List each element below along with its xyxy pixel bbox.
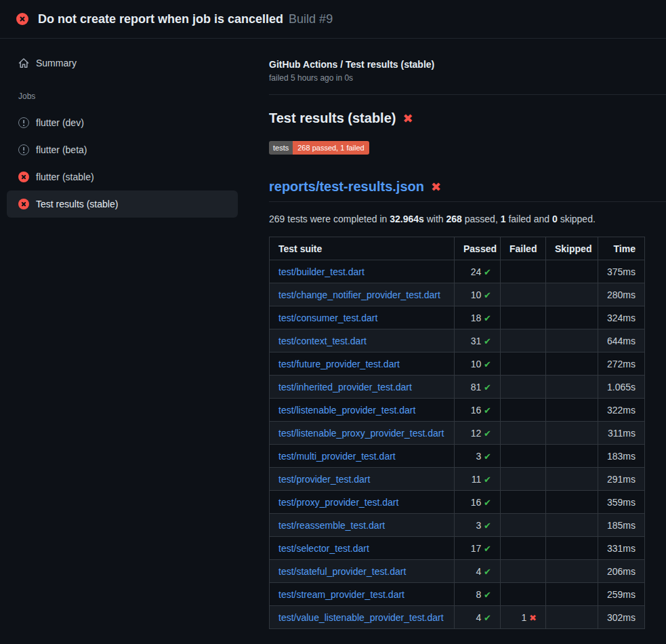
time-cell: 311ms [598, 422, 645, 445]
section-title: Test results (stable) ✖ [269, 110, 666, 126]
count-value: 18 [471, 313, 484, 323]
col-header-skipped: Skipped [546, 237, 598, 260]
table-row: test/multi_provider_test.dart3 ✔183ms [270, 445, 645, 468]
check-icon: ✔ [484, 313, 491, 323]
suite-link[interactable]: test/multi_provider_test.dart [278, 451, 396, 462]
suite-cell: test/change_notifier_provider_test.dart [270, 283, 455, 306]
badge-label: tests [269, 141, 293, 155]
section-title-text: Test results (stable) [269, 110, 396, 126]
suite-cell: test/provider_test.dart [270, 468, 455, 491]
table-row: test/consumer_test.dart18 ✔324ms [270, 306, 645, 329]
skipped-cell [546, 422, 598, 445]
check-icon: ✔ [484, 336, 491, 346]
col-header-test-suite: Test suite [270, 237, 455, 260]
suite-link[interactable]: test/stream_provider_test.dart [278, 589, 404, 600]
failed-cell [501, 353, 546, 376]
suite-link[interactable]: test/inherited_provider_test.dart [278, 382, 412, 393]
sidebar-item-summary[interactable]: Summary [7, 49, 238, 77]
suite-cell: test/stateful_provider_test.dart [270, 560, 455, 583]
check-icon: ✔ [484, 382, 491, 393]
jobs-heading: Jobs [18, 92, 238, 101]
check-icon: ✔ [484, 290, 491, 300]
summary-text: with [424, 214, 446, 224]
time-cell: 359ms [598, 491, 645, 514]
suite-cell: test/reassemble_test.dart [270, 514, 455, 537]
suite-link[interactable]: test/context_test.dart [278, 336, 367, 346]
failed-cell [501, 514, 546, 537]
failed-cell [501, 468, 546, 491]
passed-cell: 10 ✔ [455, 353, 501, 376]
failed-cell [501, 283, 546, 306]
skipped-cell [546, 353, 598, 376]
skipped-cell [546, 606, 598, 629]
suite-link[interactable]: test/listenable_proxy_provider_test.dart [278, 428, 444, 439]
time-cell: 259ms [598, 583, 645, 606]
table-row: test/context_test.dart31 ✔644ms [270, 329, 645, 353]
time-cell: 322ms [598, 399, 645, 422]
home-icon [18, 58, 29, 68]
passed-cell: 3 ✔ [455, 514, 501, 537]
time-cell: 280ms [598, 283, 645, 306]
time-cell: 644ms [598, 329, 645, 353]
skipped-cell [546, 329, 598, 353]
failed-cell [501, 583, 546, 606]
time-cell: 185ms [598, 514, 645, 537]
skipped-cell [546, 260, 598, 283]
suite-cell: test/listenable_provider_test.dart [270, 399, 455, 422]
summary-duration: 32.964s [390, 214, 424, 224]
suite-link[interactable]: test/provider_test.dart [278, 474, 370, 485]
sidebar-item-flutter-beta[interactable]: flutter (beta) [7, 136, 238, 163]
passed-cell: 16 ✔ [455, 399, 501, 422]
failed-x-icon: ✖ [431, 181, 441, 193]
suite-link[interactable]: test/listenable_provider_test.dart [278, 405, 415, 416]
suite-link[interactable]: test/selector_test.dart [278, 543, 369, 554]
check-icon: ✔ [484, 567, 491, 577]
skipped-cell [546, 560, 598, 583]
sidebar-item-flutter-dev[interactable]: flutter (dev) [7, 109, 238, 136]
suite-link[interactable]: test/builder_test.dart [278, 266, 365, 277]
count-value: 10 [471, 359, 484, 369]
check-icon: ✔ [484, 428, 491, 439]
suite-link[interactable]: test/future_provider_test.dart [278, 359, 400, 369]
failed-cell [501, 329, 546, 353]
failed-cell [501, 560, 546, 583]
col-header-passed: Passed [455, 237, 501, 260]
time-cell: 331ms [598, 537, 645, 560]
sidebar-item-label: flutter (dev) [36, 117, 84, 128]
suite-link[interactable]: test/stateful_provider_test.dart [278, 566, 406, 577]
col-header-failed: Failed [501, 237, 546, 260]
passed-cell: 81 ✔ [455, 376, 501, 399]
tests-badge: tests 268 passed, 1 failed [269, 141, 369, 155]
suite-cell: test/context_test.dart [270, 329, 455, 353]
check-icon: ✔ [484, 359, 491, 369]
summary-text: skipped. [558, 214, 596, 224]
skipped-cell [546, 491, 598, 514]
check-icon: ✔ [484, 405, 491, 416]
suite-link[interactable]: test/value_listenable_provider_test.dart [278, 612, 444, 623]
summary-failed-count: 1 [501, 214, 506, 224]
skipped-cell [546, 306, 598, 329]
passed-cell: 12 ✔ [455, 422, 501, 445]
passed-cell: 4 ✔ [455, 606, 501, 629]
passed-cell: 4 ✔ [455, 560, 501, 583]
table-row: test/provider_test.dart11 ✔291ms [270, 468, 645, 491]
check-icon: ✔ [484, 590, 491, 600]
suite-cell: test/consumer_test.dart [270, 306, 455, 329]
build-number: Build #9 [289, 12, 333, 26]
check-icon: ✔ [484, 451, 491, 462]
passed-cell: 16 ✔ [455, 491, 501, 514]
report-file-link[interactable]: reports/test-results.json [269, 179, 424, 195]
table-row: test/stream_provider_test.dart8 ✔259ms [270, 583, 645, 606]
sidebar-item-test-results-stable[interactable]: Test results (stable) [7, 190, 238, 218]
suite-link[interactable]: test/change_notifier_provider_test.dart [278, 289, 440, 300]
failed-x-icon: ✖ [402, 113, 413, 125]
suite-link[interactable]: test/reassemble_test.dart [278, 520, 385, 531]
suite-link[interactable]: test/consumer_test.dart [278, 313, 377, 323]
cancelled-status-icon [18, 144, 29, 155]
sidebar-item-flutter-stable[interactable]: flutter (stable) [7, 163, 238, 190]
suite-link[interactable]: test/proxy_provider_test.dart [278, 497, 398, 508]
failed-cell [501, 445, 546, 468]
skipped-cell [546, 399, 598, 422]
sidebar-item-label: Summary [36, 58, 77, 68]
table-row: test/reassemble_test.dart3 ✔185ms [270, 514, 645, 537]
